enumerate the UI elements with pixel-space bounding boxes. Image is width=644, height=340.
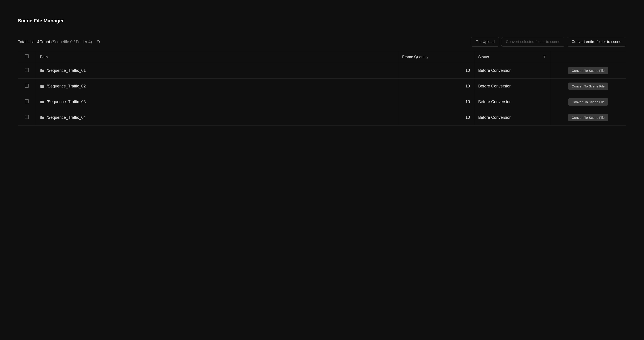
file-upload-button[interactable]: File Upload	[471, 37, 499, 46]
row-checkbox-cell	[18, 94, 36, 110]
convert-to-scene-file-button[interactable]: Convert To Scene File	[568, 82, 608, 90]
row-frame-quantity: 10	[398, 110, 474, 126]
header-frame-quantity: Frame Quantity	[398, 51, 474, 63]
row-status: Before Conversion	[474, 110, 550, 126]
row-status: Before Conversion	[474, 78, 550, 94]
row-checkbox[interactable]	[25, 84, 29, 88]
row-checkbox[interactable]	[25, 68, 29, 72]
convert-to-scene-file-button[interactable]: Convert To Scene File	[568, 98, 608, 106]
row-path[interactable]: /Sequence_Traffic_01	[40, 68, 394, 73]
row-checkbox[interactable]	[25, 115, 29, 119]
row-checkbox-cell	[18, 78, 36, 94]
row-status: Before Conversion	[474, 94, 550, 110]
convert-entire-button[interactable]: Convert entire folder to scene	[567, 37, 626, 46]
row-path-text: /Sequence_Traffic_04	[47, 115, 86, 120]
folder-icon	[40, 84, 44, 88]
folder-icon	[40, 116, 44, 120]
page-title: Scene File Manager	[18, 18, 626, 24]
row-frame-quantity: 10	[398, 94, 474, 110]
table-header-row: Path Frame Quantity Status	[18, 51, 626, 63]
row-action-cell: Convert To Scene File	[550, 110, 626, 126]
row-action-cell: Convert To Scene File	[550, 78, 626, 94]
convert-to-scene-file-button[interactable]: Convert To Scene File	[568, 114, 608, 121]
row-frame-quantity: 10	[398, 63, 474, 78]
header-status-label: Status	[478, 55, 489, 59]
file-table: Path Frame Quantity Status	[18, 51, 626, 126]
row-path-cell: /Sequence_Traffic_01	[36, 63, 398, 78]
header-checkbox-cell	[18, 51, 36, 63]
row-path-text: /Sequence_Traffic_02	[47, 84, 86, 88]
folder-icon	[40, 100, 44, 104]
table-row: /Sequence_Traffic_0110Before ConversionC…	[18, 63, 626, 78]
row-path[interactable]: /Sequence_Traffic_04	[40, 115, 394, 120]
row-path[interactable]: /Sequence_Traffic_02	[40, 84, 394, 88]
row-path[interactable]: /Sequence_Traffic_03	[40, 100, 394, 104]
page-container: Scene File Manager Total List : 4Count (…	[18, 18, 626, 126]
toolbar: Total List : 4Count (Scenefile 0 / Folde…	[18, 37, 626, 46]
convert-to-scene-file-button[interactable]: Convert To Scene File	[568, 67, 608, 74]
header-actions	[550, 51, 626, 63]
convert-selected-button[interactable]: Convert selected folder to scene	[501, 37, 565, 46]
total-count: 4	[37, 40, 39, 44]
row-checkbox[interactable]	[25, 99, 29, 103]
header-status: Status	[474, 51, 550, 63]
refresh-icon[interactable]	[96, 40, 100, 44]
toolbar-left: Total List : 4Count (Scenefile 0 / Folde…	[18, 40, 100, 44]
table-row: /Sequence_Traffic_0210Before ConversionC…	[18, 78, 626, 94]
total-list-prefix: Total List :	[18, 40, 37, 44]
table-row: /Sequence_Traffic_0310Before ConversionC…	[18, 94, 626, 110]
total-list-label: Total List : 4Count (Scenefile 0 / Folde…	[18, 40, 92, 44]
select-all-checkbox[interactable]	[25, 54, 29, 58]
toolbar-right: File Upload Convert selected folder to s…	[471, 37, 626, 46]
row-action-cell: Convert To Scene File	[550, 94, 626, 110]
row-path-text: /Sequence_Traffic_01	[47, 68, 86, 73]
row-status: Before Conversion	[474, 63, 550, 78]
count-detail: (Scenefile 0 / Folder 4)	[51, 40, 92, 44]
row-checkbox-cell	[18, 63, 36, 78]
row-path-cell: /Sequence_Traffic_04	[36, 110, 398, 126]
row-frame-quantity: 10	[398, 78, 474, 94]
row-path-text: /Sequence_Traffic_03	[47, 100, 86, 104]
folder-icon	[40, 69, 44, 73]
table-row: /Sequence_Traffic_0410Before ConversionC…	[18, 110, 626, 126]
row-checkbox-cell	[18, 110, 36, 126]
page-header: Scene File Manager	[18, 18, 626, 24]
row-path-cell: /Sequence_Traffic_02	[36, 78, 398, 94]
row-action-cell: Convert To Scene File	[550, 63, 626, 78]
filter-icon[interactable]	[543, 55, 546, 59]
header-path: Path	[36, 51, 398, 63]
row-path-cell: /Sequence_Traffic_03	[36, 94, 398, 110]
count-suffix: Count	[39, 40, 50, 44]
